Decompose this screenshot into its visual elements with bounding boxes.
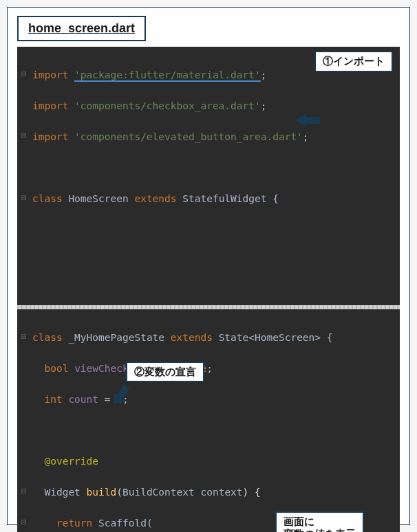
arrow-icon: [295, 81, 331, 159]
keyword: import: [32, 69, 74, 80]
code-block-imports: ⊟import 'package:flutter/material.dart';…: [17, 47, 400, 305]
diagram-container: home_screen.dart ⊟import 'package:flutte…: [7, 7, 410, 525]
callout-var-decl: ②変数の宣言: [126, 362, 204, 383]
string: 'package:flutter/material.dart': [74, 69, 261, 80]
annotation: @override: [44, 456, 98, 467]
filename-tab: home_screen.dart: [17, 16, 146, 41]
callout-display-var: 画面に 変数の値を表示: [275, 511, 364, 533]
callout-import: ①インポート: [314, 51, 393, 72]
code-block-class: ⊟class _MyHomePageState extends State<Ho…: [17, 309, 400, 533]
svg-marker-0: [295, 113, 320, 127]
